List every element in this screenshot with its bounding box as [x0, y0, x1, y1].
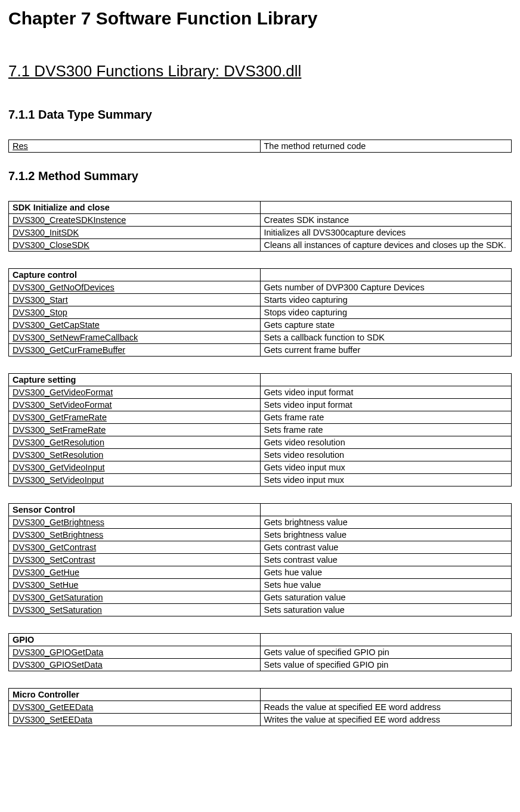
method-name-link[interactable]: DVS300_GetContrast — [9, 541, 261, 554]
table-header-row: Sensor Control — [9, 504, 512, 516]
table-section-header: Sensor Control — [9, 504, 261, 516]
table-section-header-empty — [260, 374, 512, 386]
method-desc: Starts video capturing — [260, 294, 512, 306]
method-name-link[interactable]: DVS300_SetVideoFormat — [9, 399, 261, 411]
method-name-link[interactable]: DVS300_InitSDK — [9, 227, 261, 239]
method-name-link[interactable]: DVS300_SetBrightness — [9, 529, 261, 541]
method-name-link[interactable]: DVS300_Start — [9, 294, 261, 306]
method-desc: Sets video resolution — [260, 449, 512, 461]
method-name-link[interactable]: DVS300_GetVideoFormat — [9, 386, 261, 399]
table-row: DVS300_GetHueGets hue value — [9, 566, 512, 579]
table-row: DVS300_CloseSDKCleans all instances of c… — [9, 239, 512, 252]
section-7-1-2-title: 7.1.2 Method Summary — [8, 169, 512, 183]
table-section-header-empty — [260, 504, 512, 516]
table-row: DVS300_GetSaturationGets saturation valu… — [9, 591, 512, 604]
method-name-link[interactable]: DVS300_SetSaturation — [9, 604, 261, 616]
table-section-header-empty — [260, 202, 512, 214]
method-desc: Gets brightness value — [260, 516, 512, 529]
method-name-link[interactable]: DVS300_SetResolution — [9, 449, 261, 461]
method-name-link[interactable]: DVS300_GetFrameRate — [9, 411, 261, 424]
method-name-link[interactable]: DVS300_GetEEData — [9, 701, 261, 714]
method-name-link[interactable]: DVS300_SetNewFrameCallback — [9, 331, 261, 344]
table-row: DVS300_SetNewFrameCallbackSets a callbac… — [9, 331, 512, 344]
method-summary-table: Sensor ControlDVS300_GetBrightnessGets b… — [8, 503, 512, 616]
method-name-link[interactable]: DVS300_GetVideoInput — [9, 461, 261, 474]
method-name-link[interactable]: DVS300_GetSaturation — [9, 591, 261, 604]
table-row: DVS300_GetFrameRateGets frame rate — [9, 411, 512, 424]
method-desc: Cleans all instances of capture devices … — [260, 239, 512, 252]
table-row: DVS300_GetResolutionGets video resolutio… — [9, 436, 512, 449]
method-name-link[interactable]: DVS300_GetHue — [9, 566, 261, 579]
method-name-link[interactable]: DVS300_SetEEData — [9, 714, 261, 726]
method-desc: Sets a callback function to SDK — [260, 331, 512, 344]
table-header-row: Capture setting — [9, 374, 512, 386]
table-row: DVS300_GetCapStateGets capture state — [9, 319, 512, 331]
data-type-desc: The method returned code — [260, 140, 512, 153]
table-row: ResThe method returned code — [9, 140, 512, 153]
method-name-link[interactable]: DVS300_GPIOSetData — [9, 659, 261, 671]
method-desc: Reads the value at specified EE word add… — [260, 701, 512, 714]
table-section-header-empty — [260, 269, 512, 281]
method-desc: Gets video input mux — [260, 461, 512, 474]
table-row: DVS300_SetFrameRateSets frame rate — [9, 424, 512, 436]
table-section-header-empty — [260, 689, 512, 701]
method-desc: Gets contrast value — [260, 541, 512, 554]
method-name-link[interactable]: DVS300_Stop — [9, 306, 261, 319]
method-name-link[interactable]: DVS300_GetCapState — [9, 319, 261, 331]
table-row: DVS300_StopStops video capturing — [9, 306, 512, 319]
method-summary-table: Capture settingDVS300_GetVideoFormatGets… — [8, 373, 512, 486]
chapter-title: Chapter 7 Software Function Library — [8, 8, 512, 29]
method-desc: Initializes all DVS300capture devices — [260, 227, 512, 239]
table-section-header: Capture control — [9, 269, 261, 281]
method-desc: Sets value of specified GPIO pin — [260, 659, 512, 671]
table-row: DVS300_SetEEDataWrites the value at spec… — [9, 714, 512, 726]
table-row: DVS300_GPIOGetDataGets value of specifie… — [9, 646, 512, 659]
method-name-link[interactable]: DVS300_GPIOGetData — [9, 646, 261, 659]
method-summary-table: Micro ControllerDVS300_GetEEDataReads th… — [8, 688, 512, 726]
section-7-1-1-title: 7.1.1 Data Type Summary — [8, 108, 512, 122]
table-row: DVS300_GetVideoFormatGets video input fo… — [9, 386, 512, 399]
table-row: DVS300_InitSDKInitializes all DVS300capt… — [9, 227, 512, 239]
table-row: DVS300_SetVideoInputSets video input mux — [9, 474, 512, 486]
method-desc: Sets brightness value — [260, 529, 512, 541]
table-row: DVS300_GetCurFrameBufferGets current fra… — [9, 344, 512, 357]
table-header-row: Micro Controller — [9, 689, 512, 701]
method-desc: Sets video input mux — [260, 474, 512, 486]
method-desc: Gets capture state — [260, 319, 512, 331]
method-name-link[interactable]: DVS300_GetResolution — [9, 436, 261, 449]
section-7-1-title: 7.1 DVS300 Functions Library: DVS300.dll — [8, 62, 512, 80]
method-desc: Gets video resolution — [260, 436, 512, 449]
method-name-link[interactable]: DVS300_SetFrameRate — [9, 424, 261, 436]
method-desc: Gets current frame buffer — [260, 344, 512, 357]
table-section-header: Capture setting — [9, 374, 261, 386]
table-row: DVS300_SetBrightnessSets brightness valu… — [9, 529, 512, 541]
table-row: DVS300_StartStarts video capturing — [9, 294, 512, 306]
method-desc: Sets saturation value — [260, 604, 512, 616]
table-row: DVS300_GetEEDataReads the value at speci… — [9, 701, 512, 714]
method-desc: Sets video input format — [260, 399, 512, 411]
method-desc: Writes the value at specified EE word ad… — [260, 714, 512, 726]
method-name-link[interactable]: DVS300_CreateSDKInstence — [9, 214, 261, 227]
table-section-header: Micro Controller — [9, 689, 261, 701]
table-row: DVS300_SetResolutionSets video resolutio… — [9, 449, 512, 461]
table-row: DVS300_GetContrastGets contrast value — [9, 541, 512, 554]
table-row: DVS300_GetNoOfDevicesGets number of DVP3… — [9, 281, 512, 294]
data-type-name[interactable]: Res — [9, 140, 261, 153]
table-row: DVS300_GetVideoInputGets video input mux — [9, 461, 512, 474]
method-desc: Sets contrast value — [260, 554, 512, 566]
method-desc: Gets number of DVP300 Capture Devices — [260, 281, 512, 294]
method-name-link[interactable]: DVS300_SetContrast — [9, 554, 261, 566]
table-row: DVS300_SetVideoFormatSets video input fo… — [9, 399, 512, 411]
table-section-header-empty — [260, 634, 512, 646]
method-name-link[interactable]: DVS300_CloseSDK — [9, 239, 261, 252]
method-name-link[interactable]: DVS300_SetHue — [9, 579, 261, 591]
method-name-link[interactable]: DVS300_GetBrightness — [9, 516, 261, 529]
method-desc: Gets video input format — [260, 386, 512, 399]
table-row: DVS300_SetHueSets hue value — [9, 579, 512, 591]
data-type-summary-table: ResThe method returned code — [8, 140, 512, 153]
method-desc: Gets frame rate — [260, 411, 512, 424]
method-name-link[interactable]: DVS300_GetCurFrameBuffer — [9, 344, 261, 357]
table-section-header: SDK Initialize and close — [9, 202, 261, 214]
method-name-link[interactable]: DVS300_SetVideoInput — [9, 474, 261, 486]
method-name-link[interactable]: DVS300_GetNoOfDevices — [9, 281, 261, 294]
